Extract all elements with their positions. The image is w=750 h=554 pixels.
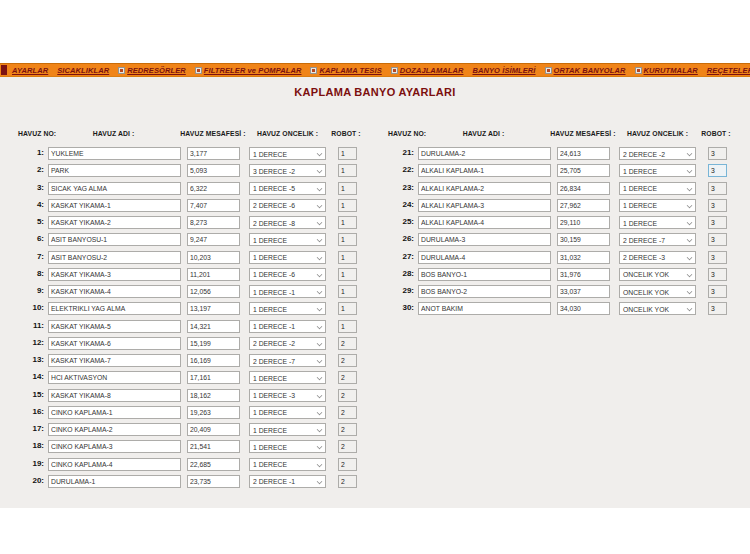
pool-name-input[interactable] <box>48 302 181 315</box>
priority-dropdown[interactable]: 2 DERECE -2 <box>249 337 326 350</box>
priority-dropdown[interactable]: 1 DERECE <box>619 216 696 229</box>
priority-dropdown[interactable]: 1 DERECE <box>249 440 326 453</box>
pool-distance-input[interactable] <box>187 423 240 436</box>
pool-distance-input[interactable] <box>187 199 240 212</box>
pool-distance-input[interactable] <box>557 199 610 212</box>
pool-name-input[interactable] <box>48 389 181 402</box>
pool-distance-input[interactable] <box>187 475 240 488</box>
priority-dropdown[interactable]: 1 DERECE -6 <box>249 268 326 281</box>
robot-field[interactable] <box>338 458 357 471</box>
priority-dropdown[interactable]: 2 DERECE -1 <box>249 475 326 488</box>
robot-field[interactable] <box>338 164 357 177</box>
menu-item-re-eteler[interactable]: REÇETELER <box>707 66 750 75</box>
pool-distance-input[interactable] <box>187 337 240 350</box>
robot-field[interactable] <box>338 320 357 333</box>
robot-field[interactable] <box>338 423 357 436</box>
pool-distance-input[interactable] <box>187 440 240 453</box>
priority-dropdown[interactable]: 2 DERECE -7 <box>249 354 326 367</box>
pool-name-input[interactable] <box>418 164 551 177</box>
menu-item-ayarlar[interactable]: AYARLAR <box>12 66 48 75</box>
priority-dropdown[interactable]: ONCELIK YOK <box>619 302 696 315</box>
robot-field[interactable] <box>338 354 357 367</box>
pool-name-input[interactable] <box>48 475 181 488</box>
robot-field[interactable] <box>338 440 357 453</box>
pool-name-input[interactable] <box>48 440 181 453</box>
pool-distance-input[interactable] <box>557 285 610 298</box>
pool-distance-input[interactable] <box>187 371 240 384</box>
pool-name-input[interactable] <box>418 216 551 229</box>
pool-distance-input[interactable] <box>187 285 240 298</box>
menu-item-dozajlamalar[interactable]: DOZAJLAMALAR <box>391 66 464 75</box>
pool-name-input[interactable] <box>48 182 181 195</box>
robot-field[interactable] <box>708 268 727 281</box>
priority-dropdown[interactable]: 1 DERECE <box>249 423 326 436</box>
robot-field[interactable] <box>708 251 727 264</box>
pool-name-input[interactable] <box>48 354 181 367</box>
pool-distance-input[interactable] <box>187 164 240 177</box>
pool-name-input[interactable] <box>48 199 181 212</box>
robot-field[interactable] <box>338 268 357 281</box>
priority-dropdown[interactable]: 1 DERECE <box>249 233 326 246</box>
pool-name-input[interactable] <box>418 268 551 281</box>
robot-field[interactable] <box>338 199 357 212</box>
priority-dropdown[interactable]: 1 DERECE <box>249 371 326 384</box>
priority-dropdown[interactable]: 2 DERECE -3 <box>619 251 696 264</box>
priority-dropdown[interactable]: 1 DERECE <box>249 458 326 471</box>
priority-dropdown[interactable]: 2 DERECE -7 <box>619 233 696 246</box>
priority-dropdown[interactable]: 1 DERECE -1 <box>249 320 326 333</box>
pool-name-input[interactable] <box>48 216 181 229</box>
pool-name-input[interactable] <box>48 164 181 177</box>
pool-distance-input[interactable] <box>557 216 610 229</box>
pool-distance-input[interactable] <box>187 147 240 160</box>
priority-dropdown[interactable]: 2 DERECE -6 <box>249 199 326 212</box>
robot-field[interactable] <box>708 302 727 315</box>
menu-item-banyo-i-si-mleri-[interactable]: BANYO İSİMLERİ <box>472 66 535 75</box>
pool-name-input[interactable] <box>48 337 181 350</box>
pool-distance-input[interactable] <box>187 233 240 246</box>
pool-name-input[interactable] <box>418 285 551 298</box>
menu-item-sicakliklar[interactable]: SICAKLIKLAR <box>57 66 109 75</box>
pool-distance-input[interactable] <box>187 389 240 402</box>
pool-distance-input[interactable] <box>187 354 240 367</box>
robot-field[interactable] <box>338 147 357 160</box>
pool-distance-input[interactable] <box>557 164 610 177</box>
robot-field[interactable] <box>708 285 727 298</box>
pool-name-input[interactable] <box>48 423 181 436</box>
pool-name-input[interactable] <box>48 268 181 281</box>
priority-dropdown[interactable]: 1 DERECE <box>619 182 696 195</box>
robot-field[interactable] <box>708 233 727 246</box>
priority-dropdown[interactable]: 1 DERECE <box>249 251 326 264</box>
robot-field[interactable] <box>338 475 357 488</box>
pool-distance-input[interactable] <box>187 406 240 419</box>
pool-name-input[interactable] <box>48 406 181 419</box>
pool-distance-input[interactable] <box>557 251 610 264</box>
priority-dropdown[interactable]: 2 DERECE -2 <box>619 147 696 160</box>
pool-name-input[interactable] <box>48 371 181 384</box>
pool-name-input[interactable] <box>418 182 551 195</box>
pool-name-input[interactable] <box>48 147 181 160</box>
robot-field[interactable] <box>708 182 727 195</box>
priority-dropdown[interactable]: 1 DERECE -1 <box>249 285 326 298</box>
pool-distance-input[interactable] <box>557 268 610 281</box>
robot-field[interactable] <box>338 406 357 419</box>
robot-field[interactable] <box>708 199 727 212</box>
pool-distance-input[interactable] <box>187 216 240 229</box>
priority-dropdown[interactable]: 1 DERECE <box>249 302 326 315</box>
menu-item-ortak-banyolar[interactable]: ORTAK BANYOLAR <box>545 66 626 75</box>
pool-distance-input[interactable] <box>557 182 610 195</box>
priority-dropdown[interactable]: ONCELIK YOK <box>619 285 696 298</box>
priority-dropdown[interactable]: 2 DERECE -8 <box>249 216 326 229</box>
pool-distance-input[interactable] <box>187 320 240 333</box>
priority-dropdown[interactable]: 1 DERECE <box>619 164 696 177</box>
menu-item-redres-rler[interactable]: REDRESÖRLER <box>118 66 186 75</box>
robot-field[interactable] <box>338 389 357 402</box>
pool-name-input[interactable] <box>418 251 551 264</box>
pool-name-input[interactable] <box>48 233 181 246</box>
robot-field[interactable] <box>338 182 357 195</box>
menu-item-filtreler-ve-pompalar[interactable]: FILTRELER ve POMPALAR <box>195 66 302 75</box>
priority-dropdown[interactable]: 1 DERECE <box>619 199 696 212</box>
pool-distance-input[interactable] <box>557 147 610 160</box>
menu-item-kaplama-tesis[interactable]: KAPLAMA TESIS <box>310 66 381 75</box>
pool-name-input[interactable] <box>48 320 181 333</box>
pool-distance-input[interactable] <box>187 182 240 195</box>
